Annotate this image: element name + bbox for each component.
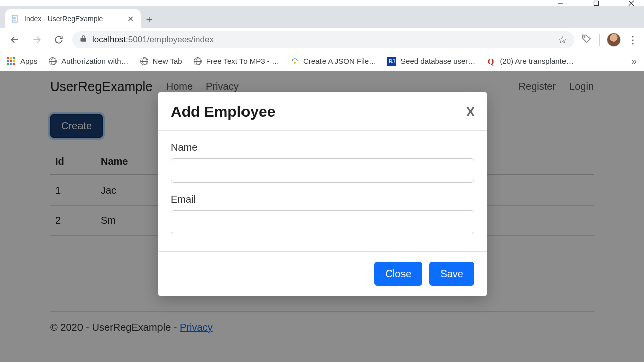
- window-title-bar: [0, 0, 644, 6]
- apps-grid-icon: [7, 57, 16, 66]
- name-input[interactable]: [171, 158, 474, 183]
- modal-close-button[interactable]: Close: [374, 262, 422, 286]
- modal-title: Add Employee: [171, 103, 275, 120]
- tab-close-icon[interactable]: ✕: [127, 14, 134, 24]
- bookmarks-bar: Apps Authorization with… New Tab Free Te…: [0, 51, 644, 71]
- bookmark-item[interactable]: New Tab: [140, 57, 182, 66]
- tab-title: Index - UserRegExample: [24, 15, 122, 23]
- url-text: localhost:5001/employees/index: [92, 35, 214, 45]
- browser-menu-icon[interactable]: ⋮: [628, 34, 638, 46]
- globe-icon: [48, 57, 57, 66]
- modal-save-button[interactable]: Save: [429, 262, 474, 286]
- email-label: Email: [171, 194, 474, 205]
- bookmark-item[interactable]: Free Text To MP3 - …: [193, 57, 279, 66]
- quora-icon: Q: [487, 57, 496, 66]
- new-tab-button[interactable]: +: [141, 11, 158, 28]
- window-maximize-button[interactable]: [585, 0, 608, 6]
- browser-tab[interactable]: Index - UserRegExample ✕: [5, 9, 141, 28]
- back-button[interactable]: [6, 31, 23, 48]
- bookmark-label: Apps: [20, 57, 37, 65]
- forward-button[interactable]: [28, 31, 45, 48]
- favicon-icon: [290, 57, 299, 66]
- browser-toolbar: localhost:5001/employees/index ☆ ⋮: [0, 28, 644, 51]
- name-label: Name: [171, 142, 474, 153]
- price-tag-icon[interactable]: [581, 33, 592, 46]
- tab-favicon-icon: [11, 15, 19, 23]
- browser-tab-strip: Index - UserRegExample ✕ +: [0, 6, 644, 28]
- bookmark-label: New Tab: [153, 57, 182, 65]
- toolbar-separator: [599, 34, 600, 46]
- add-employee-modal: Add Employee X Name Email Close Save: [158, 92, 487, 296]
- bookmark-label: Create A JSON File…: [303, 57, 376, 65]
- svg-rect-11: [290, 57, 299, 66]
- globe-icon: [140, 57, 149, 66]
- lock-icon: [79, 35, 87, 44]
- svg-point-10: [584, 36, 585, 37]
- svg-rect-1: [594, 1, 599, 6]
- window-close-button[interactable]: [620, 0, 643, 6]
- globe-icon: [193, 57, 202, 66]
- bookmark-item[interactable]: Q(20) Are transplante…: [487, 57, 574, 66]
- bookmark-item[interactable]: RJSeed database user…: [387, 57, 475, 66]
- bookmark-label: Free Text To MP3 - …: [206, 57, 279, 65]
- bookmark-star-icon[interactable]: ☆: [558, 34, 567, 46]
- apps-shortcut[interactable]: Apps: [7, 57, 37, 66]
- bookmark-label: (20) Are transplante…: [500, 57, 574, 65]
- bookmark-label: Seed database user…: [400, 57, 475, 65]
- profile-avatar[interactable]: [607, 33, 621, 47]
- window-minimize-button[interactable]: [549, 0, 573, 6]
- bookmark-label: Authorization with…: [61, 57, 128, 65]
- bookmark-item[interactable]: Authorization with…: [48, 57, 128, 66]
- svg-point-12: [294, 62, 296, 64]
- svg-text:RJ: RJ: [389, 59, 395, 64]
- favicon-icon: RJ: [387, 57, 396, 66]
- svg-text:Q: Q: [488, 57, 494, 66]
- email-input[interactable]: [171, 210, 474, 234]
- modal-close-icon[interactable]: X: [466, 104, 474, 120]
- address-bar[interactable]: localhost:5001/employees/index ☆: [72, 31, 574, 48]
- bookmarks-overflow-icon[interactable]: »: [631, 55, 637, 67]
- reload-button[interactable]: [50, 31, 67, 48]
- bookmark-item[interactable]: Create A JSON File…: [290, 57, 376, 66]
